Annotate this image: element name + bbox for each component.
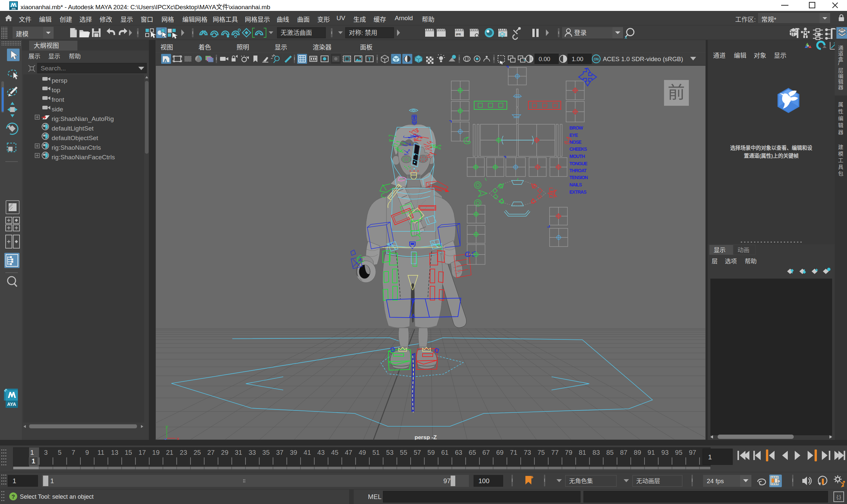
- svg-text:CHEEKS: CHEEKS: [569, 146, 587, 152]
- svg-text:89: 89: [634, 449, 641, 456]
- svg-text:照明: 照明: [237, 44, 249, 51]
- svg-text:层: 层: [712, 258, 718, 265]
- svg-text:97: 97: [689, 449, 696, 456]
- svg-text:x: x: [177, 436, 179, 440]
- svg-text:29: 29: [221, 449, 228, 456]
- svg-text:43: 43: [317, 449, 325, 456]
- svg-text:1.00: 1.00: [572, 56, 583, 62]
- svg-text:大纲视图: 大纲视图: [34, 42, 59, 49]
- svg-text:51: 51: [372, 449, 380, 456]
- svg-text:59: 59: [428, 449, 435, 456]
- svg-text:TENSION: TENSION: [569, 175, 588, 180]
- svg-text:1: 1: [708, 453, 712, 461]
- svg-text:37: 37: [276, 449, 283, 456]
- svg-text:63: 63: [455, 449, 462, 456]
- svg-text:11: 11: [98, 449, 105, 456]
- svg-text:对象: 对象: [754, 52, 766, 59]
- svg-text:47: 47: [345, 449, 352, 456]
- svg-text:77: 77: [551, 449, 558, 456]
- svg-text:NOSE: NOSE: [569, 140, 581, 145]
- svg-text:无激活曲面: 无激活曲面: [280, 30, 312, 36]
- svg-text:81: 81: [579, 449, 586, 456]
- svg-text:persp -Z: persp -Z: [415, 434, 437, 440]
- svg-text:side: side: [52, 106, 63, 113]
- svg-text:35: 35: [262, 449, 270, 456]
- svg-text:top: top: [52, 87, 60, 93]
- svg-text:87: 87: [620, 449, 627, 456]
- svg-text:49: 49: [359, 449, 366, 456]
- svg-text:1: 1: [13, 477, 16, 485]
- svg-text:67: 67: [482, 449, 490, 456]
- svg-text:85: 85: [606, 449, 613, 456]
- svg-text:前: 前: [668, 83, 685, 102]
- svg-text:AYA: AYA: [12, 7, 16, 10]
- svg-text:选项: 选项: [725, 258, 737, 265]
- svg-text:无动画层: 无动画层: [636, 478, 660, 485]
- svg-text:73: 73: [524, 449, 531, 456]
- svg-text:无角色集: 无角色集: [569, 478, 593, 485]
- svg-text:显示: 显示: [48, 53, 60, 60]
- svg-text:y: y: [166, 424, 168, 429]
- svg-text:x: x: [625, 35, 627, 40]
- svg-text:7: 7: [71, 449, 75, 456]
- svg-text:front: front: [52, 96, 65, 103]
- svg-text:0.00: 0.00: [539, 56, 550, 62]
- svg-text:MOUTH: MOUTH: [569, 154, 585, 159]
- svg-text:EXTRAS: EXTRAS: [569, 190, 586, 195]
- svg-text:显示: 显示: [774, 52, 786, 59]
- svg-text:ON: ON: [594, 57, 599, 61]
- svg-text:A: A: [164, 57, 168, 63]
- svg-text:24 fps: 24 fps: [707, 478, 724, 485]
- svg-text:5: 5: [58, 449, 62, 456]
- svg-text:21: 21: [166, 449, 173, 456]
- svg-text:BROW: BROW: [569, 125, 583, 130]
- svg-text:动画: 动画: [738, 247, 749, 253]
- svg-text:置通道(属性)上的关键帧: 置通道(属性)上的关键帧: [744, 153, 799, 159]
- svg-text:1: 1: [30, 449, 34, 456]
- svg-text:NAILS: NAILS: [569, 182, 582, 187]
- svg-text:15: 15: [125, 449, 132, 456]
- svg-text:65: 65: [469, 449, 476, 456]
- svg-text:93: 93: [661, 449, 669, 456]
- svg-text:75: 75: [537, 449, 544, 456]
- svg-text:选择场景中的对象以查看、编辑和设: 选择场景中的对象以查看、编辑和设: [730, 145, 813, 151]
- svg-text:帮助: 帮助: [69, 53, 81, 60]
- svg-text:1: 1: [50, 477, 54, 485]
- svg-text:83: 83: [592, 449, 600, 456]
- svg-text:61: 61: [441, 449, 448, 456]
- svg-text:rig:ShaoNianCtrls: rig:ShaoNianCtrls: [52, 144, 101, 151]
- svg-text:41: 41: [304, 449, 311, 456]
- svg-text:编辑: 编辑: [734, 52, 746, 59]
- svg-text:展示: 展示: [29, 53, 40, 60]
- svg-text:{;}: {;}: [836, 494, 841, 500]
- svg-text:95: 95: [675, 449, 682, 456]
- svg-text:45: 45: [331, 449, 339, 456]
- svg-text:97: 97: [443, 477, 451, 485]
- svg-text:71: 71: [510, 449, 517, 456]
- svg-text:TONGUE: TONGUE: [569, 161, 587, 166]
- svg-text:AYA: AYA: [7, 401, 16, 407]
- svg-text:?: ?: [12, 494, 15, 500]
- svg-text:79: 79: [565, 449, 572, 456]
- svg-text:对称: 禁用: 对称: 禁用: [349, 30, 378, 36]
- svg-text:Search...: Search...: [41, 65, 66, 72]
- svg-text:显示: 显示: [714, 247, 726, 253]
- svg-text:69: 69: [496, 449, 504, 456]
- svg-text:39: 39: [290, 449, 297, 456]
- svg-text:显示: 显示: [275, 44, 287, 51]
- svg-text:13: 13: [111, 449, 118, 456]
- svg-text:Select Tool: select an object: Select Tool: select an object: [20, 493, 93, 500]
- svg-text:100: 100: [479, 477, 489, 485]
- svg-text:THROAT: THROAT: [569, 168, 587, 173]
- svg-text:通道: 通道: [713, 52, 726, 59]
- svg-text:31: 31: [235, 449, 242, 456]
- svg-text:rig:ShaoNianFaceCtrls: rig:ShaoNianFaceCtrls: [52, 154, 115, 161]
- svg-text:23: 23: [180, 449, 187, 456]
- svg-text:17: 17: [139, 449, 146, 456]
- svg-text:MEL: MEL: [368, 493, 381, 500]
- svg-text:27: 27: [207, 449, 214, 456]
- svg-text:defaultObjectSet: defaultObjectSet: [52, 134, 98, 141]
- svg-text:帮助: 帮助: [745, 258, 757, 265]
- svg-text:91: 91: [647, 449, 655, 456]
- svg-text:EYE: EYE: [569, 132, 578, 138]
